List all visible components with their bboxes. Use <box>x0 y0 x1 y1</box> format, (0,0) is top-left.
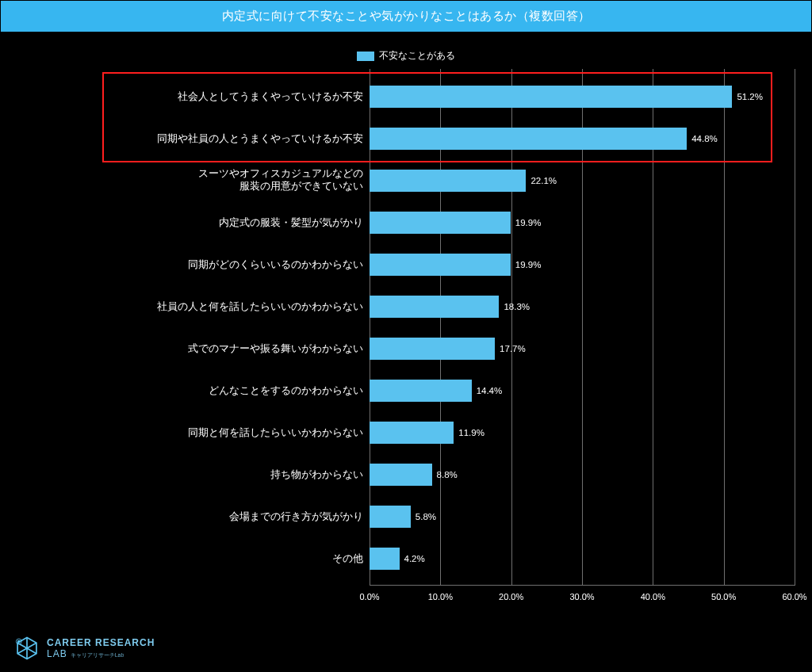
svg-point-4 <box>17 640 21 643</box>
x-tick-label: 30.0% <box>569 592 594 601</box>
legend: 不安なことがある <box>15 49 797 63</box>
brand-logo-line1: CAREER RESEARCH <box>47 637 155 648</box>
x-tick-label: 60.0% <box>782 592 806 601</box>
chart-area: 不安なことがある 社会人としてうまくやっていけるか不安51.2%同期や社員の人と… <box>1 32 811 609</box>
x-tick-label: 0.0% <box>359 592 379 601</box>
axis-bottom-line <box>370 585 795 586</box>
x-tick-label: 20.0% <box>499 592 523 601</box>
brand-logo-sub: キャリアリサーチLab <box>71 652 124 658</box>
brand-logo-text: CAREER RESEARCH LABキャリアリサーチLab <box>47 637 155 659</box>
x-tick-label: 10.0% <box>428 592 453 601</box>
legend-label: 不安なことがある <box>379 49 455 63</box>
brand-logo: CAREER RESEARCH LABキャリアリサーチLab <box>13 635 155 662</box>
axis-labels: 0.0%10.0%20.0%30.0%40.0%50.0%60.0% <box>15 69 799 601</box>
legend-swatch <box>357 52 374 61</box>
x-tick-label: 50.0% <box>711 592 736 601</box>
plot: 社会人としてうまくやっていけるか不安51.2%同期や社員の人とうまくやっていける… <box>15 69 799 601</box>
brand-logo-icon <box>13 635 40 662</box>
x-tick-label: 40.0% <box>641 592 665 601</box>
chart-title: 内定式に向けて不安なことや気がかりなことはあるか（複数回答） <box>1 1 811 32</box>
brand-logo-line2: LABキャリアリサーチLab <box>47 648 155 659</box>
